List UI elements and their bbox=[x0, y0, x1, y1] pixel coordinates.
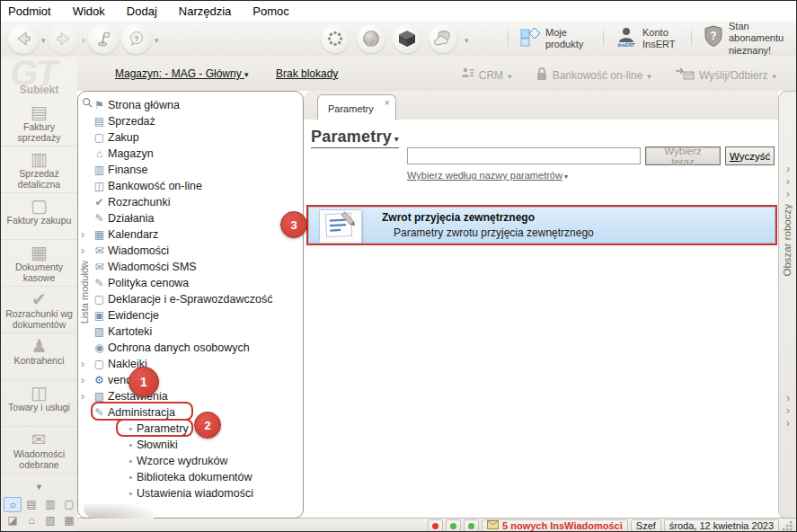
crm-button[interactable]: CRM bbox=[460, 66, 512, 84]
settlements-check-icon: ✔ bbox=[91, 196, 108, 208]
my-products-label: Moje produkty bbox=[545, 27, 592, 50]
tree-item-zakup[interactable]: ▢Zakup bbox=[78, 129, 301, 146]
expander-icon[interactable]: › bbox=[81, 375, 91, 386]
tree-item-kartoteki[interactable]: ▧Kartoteki bbox=[78, 324, 301, 340]
sales-invoices-icon: ▤ bbox=[1, 102, 77, 122]
tree-item-magazyn[interactable]: ⌂Magazyn bbox=[78, 146, 301, 162]
tree-item-label: Sprzedaż bbox=[108, 115, 155, 128]
cloud-database-icon[interactable] bbox=[429, 24, 457, 53]
filter-by-name-link[interactable]: Wybierz według nazwy parametrów bbox=[407, 170, 568, 181]
resize-grip[interactable] bbox=[782, 520, 793, 532]
module-shortcut-purchase-icon[interactable]: ▢ bbox=[60, 497, 78, 512]
tree-item-ewidencje[interactable]: ▣Ewidencje bbox=[78, 307, 301, 324]
parameter-list-item[interactable]: Zwrot przyjęcia zewnętrznego Parametry z… bbox=[308, 207, 775, 244]
chevron-right-icon: › bbox=[779, 189, 797, 200]
status-user[interactable]: Szef bbox=[631, 519, 661, 532]
warehouse-selector-link[interactable]: Magazyn: - MAG - Główny bbox=[115, 67, 249, 80]
tree-item-polityka-cenowa[interactable]: ✎Polityka cenowa bbox=[78, 275, 301, 291]
insert-account-button[interactable]: InsERT Konto InsERT bbox=[611, 23, 684, 54]
send-receive-button[interactable]: Wyślij/Odbierz bbox=[675, 66, 776, 84]
tab-close-icon[interactable]: × bbox=[385, 97, 390, 108]
menu-pomoc[interactable]: Pomoc bbox=[252, 4, 288, 18]
workspace-side-tab[interactable]: › › › Obszar roboczy › › › bbox=[778, 91, 797, 519]
chevron-right-icon: › bbox=[779, 176, 797, 188]
tree-subitem-wzorce-wydruk-w[interactable]: Wzorce wydruków bbox=[78, 453, 301, 469]
tree-subitem-ustawienia-wiadomo-ci[interactable]: Ustawienia wiadomości bbox=[78, 485, 301, 501]
menu-narz-dzia[interactable]: Narzędzia bbox=[179, 4, 232, 18]
expander-icon[interactable]: › bbox=[81, 262, 91, 272]
tree-item-vendero[interactable]: ›⚙vendero bbox=[78, 372, 301, 388]
sidebar-item-wiadomo-ci-odebrane[interactable]: ✉Wiadomości odebrane bbox=[1, 427, 77, 474]
shield-question-icon: ? bbox=[703, 25, 724, 52]
sidebar-item-kontrahenci[interactable]: ♟Kontrahenci bbox=[1, 333, 77, 380]
sidebar-item-dokumenty-kasowe[interactable]: ▦Dokumenty kasowe bbox=[1, 240, 77, 287]
tree-subitem-biblioteka-dokument-w[interactable]: Biblioteka dokumentów bbox=[78, 469, 301, 485]
tree-item-finanse[interactable]: ▥Finanse bbox=[78, 162, 301, 178]
cube-icon[interactable] bbox=[393, 24, 421, 53]
tree-item-deklaracje-i-e-sprawozdawczo[interactable]: ▢Deklaracje i e-Sprawozdawczość bbox=[78, 291, 301, 307]
tree-item-strona-g-wna[interactable]: ⚑Strona główna bbox=[78, 97, 301, 113]
sidebar-item-faktury-zakupu[interactable]: ▢Faktury zakupu bbox=[1, 193, 77, 240]
expander-icon[interactable]: › bbox=[81, 245, 91, 256]
sidebar-item-label: Dokumenty kasowe bbox=[1, 262, 77, 284]
sidebar-more-icon[interactable]: ▼ bbox=[1, 483, 77, 492]
cloud-dropdown-icon[interactable] bbox=[465, 31, 469, 47]
tree-item-kalendarz[interactable]: ›▦Kalendarz bbox=[78, 226, 301, 243]
tree-item-bankowo-on-line[interactable]: ◫Bankowość on-line bbox=[78, 178, 301, 194]
menu-dodaj[interactable]: Dodaj bbox=[127, 4, 157, 18]
tab-parametry[interactable]: Parametry × bbox=[317, 94, 396, 120]
page-title[interactable]: Parametry bbox=[311, 128, 399, 148]
module-shortcut-cash-icon[interactable]: ▦ bbox=[60, 513, 78, 528]
sidebar-item-rozrachunki-wg-dokument-w[interactable]: ✔Rozrachunki wg dokumentów bbox=[1, 287, 77, 333]
module-shortcut-warehouse-icon[interactable]: ⌂ bbox=[22, 513, 40, 528]
back-icon[interactable] bbox=[8, 23, 39, 54]
tree-item-ochrona-danych-osobowych[interactable]: ◉Ochrona danych osobowych bbox=[78, 340, 301, 356]
my-products-button[interactable]: Moje produkty bbox=[516, 24, 596, 53]
clear-button[interactable]: Wyczyść bbox=[725, 146, 775, 165]
forward-icon[interactable] bbox=[49, 23, 79, 54]
parameter-search-input[interactable] bbox=[407, 147, 641, 164]
tree-item-sprzeda[interactable]: ▤Sprzedaż bbox=[78, 113, 301, 129]
forward-dropdown-icon[interactable] bbox=[82, 31, 86, 47]
tree-subitem-s-owniki[interactable]: Słowniki bbox=[78, 437, 301, 453]
expander-icon[interactable]: › bbox=[81, 359, 91, 369]
tab-label: Parametry bbox=[328, 103, 374, 114]
module-shortcut-box-icon[interactable]: ◪ bbox=[4, 513, 22, 528]
menu-widok[interactable]: Widok bbox=[73, 4, 105, 18]
sidebar-item-faktury-sprzeda-y[interactable]: ▤Faktury sprzedaży bbox=[1, 100, 77, 146]
warehouse-dropdown-icon bbox=[244, 67, 249, 80]
menu-podmiot[interactable]: Podmiot bbox=[8, 4, 51, 18]
vendero-gear-icon: ⚙ bbox=[91, 374, 108, 386]
globe-icon[interactable] bbox=[357, 24, 385, 53]
toolbar-right-group: Moje produkty InsERT Konto InsERT ? Stan… bbox=[504, 22, 797, 55]
sidebar-item-sprzeda-detaliczna[interactable]: ▥Sprzedaż detaliczna bbox=[1, 146, 77, 193]
calendar-icon: ▦ bbox=[91, 228, 108, 241]
sidebar-item-label: Kontrahenci bbox=[1, 356, 77, 367]
expander-icon[interactable]: › bbox=[81, 229, 91, 240]
tree-item-wiadomo-ci-sms[interactable]: ›✉Wiadomości SMS bbox=[78, 259, 301, 275]
tree-item-wiadomo-ci[interactable]: ›✉Wiadomości bbox=[78, 243, 301, 259]
help-dropdown-icon[interactable] bbox=[155, 31, 159, 47]
module-shortcut-circle-icon[interactable]: ○ bbox=[4, 497, 22, 512]
module-shortcut-stack-icon[interactable]: ▧ bbox=[41, 513, 59, 528]
back-dropdown-icon[interactable] bbox=[41, 31, 46, 47]
loader-dots-icon[interactable] bbox=[321, 24, 350, 53]
select-now-button[interactable]: Wybierz teraz bbox=[645, 146, 721, 165]
lock-status-link[interactable]: Brak blokady bbox=[276, 67, 338, 80]
toolbar-nav-group: ? bbox=[8, 23, 159, 54]
tree-item-dzia-ania[interactable]: ✎Działania bbox=[78, 210, 301, 226]
online-banking-icon: ◫ bbox=[91, 180, 108, 192]
expander-icon[interactable]: › bbox=[81, 391, 91, 402]
parameter-item-subtitle: Parametry zwrotu przyjęcia zewnętrznego bbox=[394, 226, 594, 239]
bookmark-flag-icon[interactable] bbox=[88, 23, 119, 54]
tree-item-label: Wiadomości SMS bbox=[108, 261, 197, 273]
help-icon[interactable]: ? bbox=[121, 23, 152, 54]
tree-item-rozrachunki[interactable]: ✔Rozrachunki bbox=[78, 194, 301, 210]
subscription-status-button[interactable]: ? Stan abonamentu nieznany! bbox=[699, 19, 797, 58]
sidebar-item-towary-i-us-ugi[interactable]: ◫Towary i usługi bbox=[1, 380, 77, 427]
module-shortcut-retail-icon[interactable]: ▥ bbox=[41, 497, 59, 512]
tree-item-naklejki[interactable]: ›▢Naklejki bbox=[78, 356, 301, 372]
online-banking-button[interactable]: Bankowość on-line bbox=[536, 66, 651, 84]
module-shortcut-sales-icon[interactable]: ▤ bbox=[22, 497, 40, 512]
status-messages[interactable]: 5 nowych InsWiadomości bbox=[482, 519, 628, 532]
